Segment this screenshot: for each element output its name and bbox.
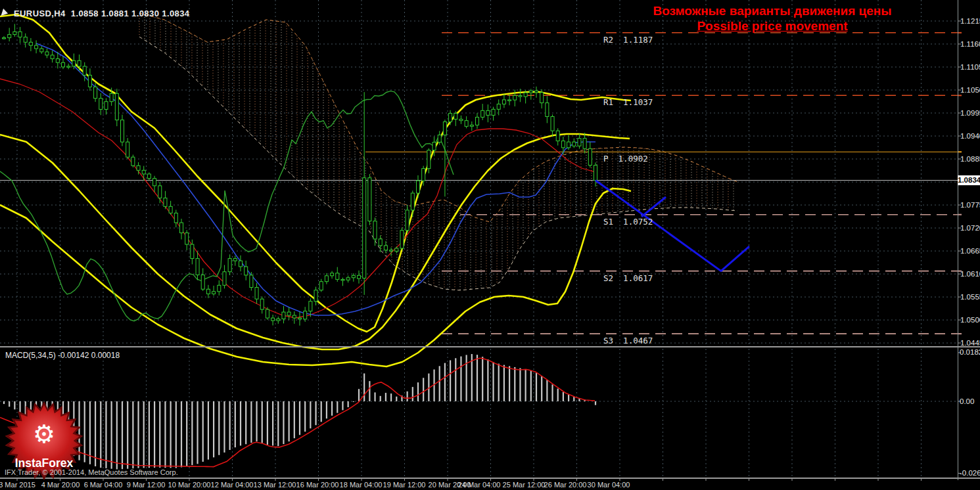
candle-body (298, 318, 301, 319)
candle-body (567, 142, 571, 148)
pivot-label-p: P 1.0902 (603, 154, 648, 164)
pivot-label-r1: R1 1.1037 (603, 97, 653, 107)
candle-body (233, 259, 237, 261)
symbol-title: EURUSD,H4 1.0858 1.0881 1.0830 1.0834 (14, 9, 189, 18)
candle-body (239, 261, 242, 267)
candle-body (540, 93, 544, 103)
candle-body (51, 55, 54, 59)
copyright-text: IFX Trader, © 2001-2014, MetaQuotes Soft… (5, 468, 178, 476)
kijun-sen-line (36, 43, 595, 315)
pivot-label-s2: S2 1.0617 (603, 273, 653, 283)
candle-body (524, 93, 527, 97)
candle-body (325, 276, 328, 282)
price-tick-label: 1.1050 (960, 86, 980, 94)
candle-body (304, 311, 307, 319)
candle-body (470, 125, 473, 126)
candle-body (271, 318, 275, 321)
macd-indicator-label: MACD(5,34,5) -0.00142 0.00018 (5, 351, 120, 360)
candle-body (513, 95, 517, 100)
time-axis-label: 13 Mar 12:00 (254, 481, 296, 489)
candle-body (218, 285, 221, 292)
candle-body (245, 267, 248, 275)
candle-body (3, 37, 6, 39)
candle-body (56, 58, 59, 62)
price-tick-label: 1.0445 (960, 339, 980, 347)
candle-body (83, 66, 86, 75)
candle-body (287, 312, 291, 315)
time-axis-label: 16 Mar 20:00 (296, 481, 339, 489)
panel-separator-bottom[interactable] (0, 478, 980, 479)
candle-body (250, 275, 253, 288)
candle-body (88, 75, 91, 87)
candle-body (519, 95, 522, 97)
candle-body (368, 178, 371, 221)
candle-body (99, 99, 103, 110)
candle-body (379, 239, 382, 246)
tenkan-sen-line (0, 79, 595, 318)
bollinger-upper-line (0, 14, 631, 332)
candle-body (486, 110, 490, 115)
candle-body (13, 32, 16, 34)
pivot-label-r2: R2 1.1187 (603, 35, 653, 45)
candle-body (336, 273, 339, 280)
candle-body (120, 120, 124, 142)
candle-body (282, 312, 285, 319)
price-tick-label: 1.0995 (960, 109, 980, 117)
panel-separator-top[interactable] (0, 346, 980, 347)
candle-body (153, 179, 156, 186)
price-tick-label: 1.0610 (960, 270, 980, 278)
time-axis-label: 10 Mar 20:00 (168, 481, 211, 489)
candle-body (314, 290, 317, 301)
candle-body (29, 42, 32, 45)
brand-text: InstaForex (15, 457, 74, 470)
candle-body (72, 60, 76, 66)
candle-body (94, 87, 97, 98)
chikou-span-line (0, 91, 454, 321)
candle-body (363, 178, 366, 278)
candle-body (8, 35, 11, 38)
bollinger-middle-line (0, 134, 630, 349)
candle-body (492, 109, 495, 115)
candle-body (449, 114, 452, 122)
time-axis-label: 24 Mar 04:00 (458, 481, 501, 489)
candle-body (206, 289, 210, 294)
candle-body (158, 186, 162, 198)
candle-body (578, 139, 581, 146)
candle-body (572, 142, 576, 146)
candle-body (459, 119, 463, 120)
time-axis-label: 26 Mar 20:00 (544, 481, 587, 489)
pivot-label-s3: S3 1.0467 (603, 336, 653, 345)
candle-body (260, 299, 264, 309)
current-price-badge: 1.0834 (958, 175, 980, 185)
candle-body (594, 166, 597, 181)
macd-tick-label: 0.00 (960, 397, 974, 405)
candle-body (411, 193, 414, 210)
candle-body (78, 60, 81, 66)
candle-body (395, 248, 398, 251)
time-axis-label: 6 Mar 04:00 (84, 481, 123, 489)
candle-body (454, 114, 457, 120)
candle-body (497, 104, 500, 109)
macd-tick-label: 0.01823 (960, 348, 980, 356)
candle-body (475, 117, 478, 125)
candle-body (147, 174, 151, 179)
candle-body (105, 102, 108, 110)
price-chart-canvas[interactable] (0, 0, 980, 490)
candle-body (546, 103, 549, 117)
candle-body (169, 206, 172, 213)
price-tick-label: 1.0500 (960, 316, 980, 324)
time-axis-label: 19 Mar 12:00 (383, 481, 426, 489)
candle-body (24, 37, 27, 42)
gear-icon: ⚙ (33, 420, 55, 448)
annotation-line-en: Possible price movement (578, 18, 966, 33)
candle-body (400, 231, 404, 248)
macd-tick-label: -0.02693 (960, 469, 980, 477)
candle-body (115, 93, 118, 120)
candle-body (45, 52, 49, 55)
candle-body (422, 169, 425, 181)
candle-body (432, 142, 436, 150)
candle-body (228, 259, 231, 272)
candle-body (266, 309, 269, 318)
price-tick-label: 1.0720 (960, 224, 980, 232)
candle-body (416, 181, 419, 193)
